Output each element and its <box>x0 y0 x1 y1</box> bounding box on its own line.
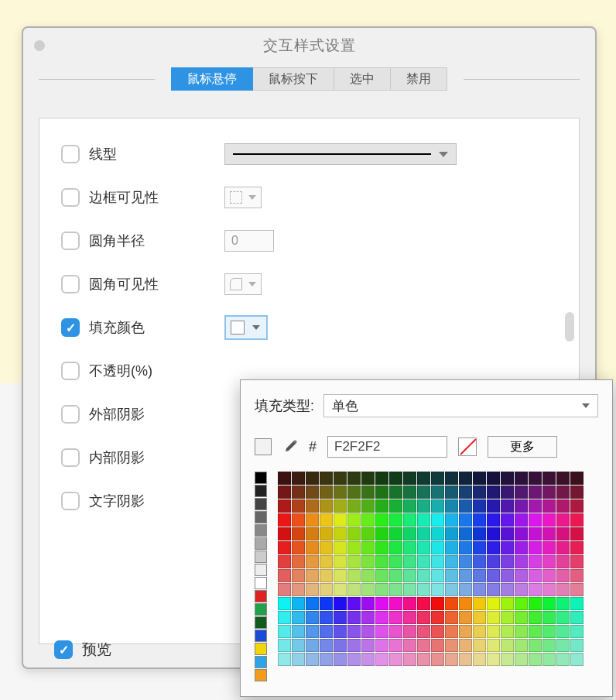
color-swatch[interactable] <box>459 541 472 554</box>
color-swatch[interactable] <box>320 653 333 666</box>
checkbox-outer-shadow[interactable]: ✓ <box>61 405 80 424</box>
color-swatch[interactable] <box>347 583 361 596</box>
color-swatch[interactable] <box>445 541 458 554</box>
color-swatch[interactable] <box>445 653 458 666</box>
color-swatch[interactable] <box>529 486 542 499</box>
checkbox-line-type[interactable]: ✓ <box>61 145 80 163</box>
color-swatch[interactable] <box>278 653 291 666</box>
color-swatch[interactable] <box>445 486 458 499</box>
color-swatch[interactable] <box>255 616 267 629</box>
color-swatch[interactable] <box>278 569 291 582</box>
color-swatch[interactable] <box>459 611 472 624</box>
color-swatch[interactable] <box>361 611 375 624</box>
color-swatch[interactable] <box>403 569 416 582</box>
color-swatch[interactable] <box>459 653 472 666</box>
color-swatch[interactable] <box>473 611 486 624</box>
color-swatch[interactable] <box>515 583 528 596</box>
color-swatch[interactable] <box>375 555 388 568</box>
color-swatch[interactable] <box>515 499 528 513</box>
color-swatch[interactable] <box>473 486 486 499</box>
color-swatch[interactable] <box>347 611 361 624</box>
color-swatch[interactable] <box>403 472 416 485</box>
color-swatch[interactable] <box>255 630 267 642</box>
color-swatch[interactable] <box>389 653 402 666</box>
color-swatch[interactable] <box>278 555 291 568</box>
color-swatch[interactable] <box>417 527 430 540</box>
checkbox-preview[interactable]: ✓ <box>54 640 73 659</box>
color-swatch[interactable] <box>459 527 472 540</box>
color-swatch[interactable] <box>292 555 305 568</box>
checkbox-corner-vis[interactable]: ✓ <box>61 275 80 293</box>
color-swatch[interactable] <box>570 541 583 554</box>
color-swatch[interactable] <box>570 527 583 540</box>
color-swatch[interactable] <box>320 486 333 499</box>
color-swatch[interactable] <box>501 499 514 513</box>
color-swatch[interactable] <box>501 527 514 540</box>
color-swatch[interactable] <box>278 472 291 485</box>
color-swatch[interactable] <box>306 597 319 610</box>
color-swatch[interactable] <box>445 472 458 485</box>
color-swatch[interactable] <box>292 486 305 499</box>
color-swatch[interactable] <box>347 513 361 527</box>
color-swatch[interactable] <box>529 611 542 624</box>
color-swatch[interactable] <box>389 472 402 485</box>
no-fill-icon[interactable] <box>458 438 477 456</box>
color-swatch[interactable] <box>529 569 542 582</box>
color-swatch[interactable] <box>487 527 500 540</box>
color-swatch[interactable] <box>542 555 556 568</box>
color-swatch[interactable] <box>389 499 402 513</box>
color-swatch[interactable] <box>361 639 375 652</box>
color-swatch[interactable] <box>417 583 430 596</box>
color-swatch[interactable] <box>292 527 305 540</box>
color-swatch[interactable] <box>389 527 402 540</box>
color-swatch[interactable] <box>403 499 416 513</box>
color-swatch[interactable] <box>487 639 500 652</box>
color-swatch[interactable] <box>445 583 458 596</box>
color-swatch[interactable] <box>292 513 305 527</box>
color-swatch[interactable] <box>334 472 347 485</box>
color-swatch[interactable] <box>389 541 402 554</box>
color-swatch[interactable] <box>487 555 500 568</box>
color-swatch[interactable] <box>431 555 444 568</box>
color-swatch[interactable] <box>542 583 556 596</box>
scrollbar-thumb[interactable] <box>565 312 574 341</box>
line-type-dropdown[interactable] <box>224 143 457 165</box>
color-swatch[interactable] <box>431 625 444 638</box>
color-swatch[interactable] <box>278 625 291 638</box>
color-swatch[interactable] <box>334 569 347 582</box>
color-swatch[interactable] <box>529 625 542 638</box>
color-swatch[interactable] <box>542 639 556 652</box>
color-swatch[interactable] <box>306 499 319 513</box>
color-swatch[interactable] <box>347 597 361 610</box>
color-swatch[interactable] <box>255 656 267 668</box>
color-swatch[interactable] <box>487 472 500 485</box>
color-swatch[interactable] <box>515 472 528 485</box>
color-swatch[interactable] <box>570 555 583 568</box>
color-swatch[interactable] <box>431 513 444 527</box>
color-swatch[interactable] <box>501 555 514 568</box>
color-swatch[interactable] <box>556 569 570 582</box>
color-swatch[interactable] <box>403 611 416 624</box>
color-swatch[interactable] <box>334 639 347 652</box>
color-swatch[interactable] <box>361 499 375 513</box>
color-swatch[interactable] <box>515 486 528 499</box>
color-swatch[interactable] <box>501 611 514 624</box>
color-swatch[interactable] <box>501 639 514 652</box>
checkbox-corner-radius[interactable]: ✓ <box>61 232 80 250</box>
color-swatch[interactable] <box>320 541 333 554</box>
corner-vis-dropdown[interactable] <box>224 273 262 295</box>
color-swatch[interactable] <box>292 597 305 610</box>
color-swatch[interactable] <box>473 472 486 485</box>
color-swatch[interactable] <box>403 555 416 568</box>
color-swatch[interactable] <box>403 625 416 638</box>
color-swatch[interactable] <box>389 597 402 610</box>
color-swatch[interactable] <box>473 513 486 527</box>
color-swatch[interactable] <box>255 524 267 537</box>
color-swatch[interactable] <box>542 569 556 582</box>
color-swatch[interactable] <box>487 653 500 666</box>
color-swatch[interactable] <box>556 583 570 596</box>
color-swatch[interactable] <box>320 639 333 652</box>
color-swatch[interactable] <box>334 527 347 540</box>
color-swatch[interactable] <box>570 499 583 513</box>
color-swatch[interactable] <box>459 569 472 582</box>
